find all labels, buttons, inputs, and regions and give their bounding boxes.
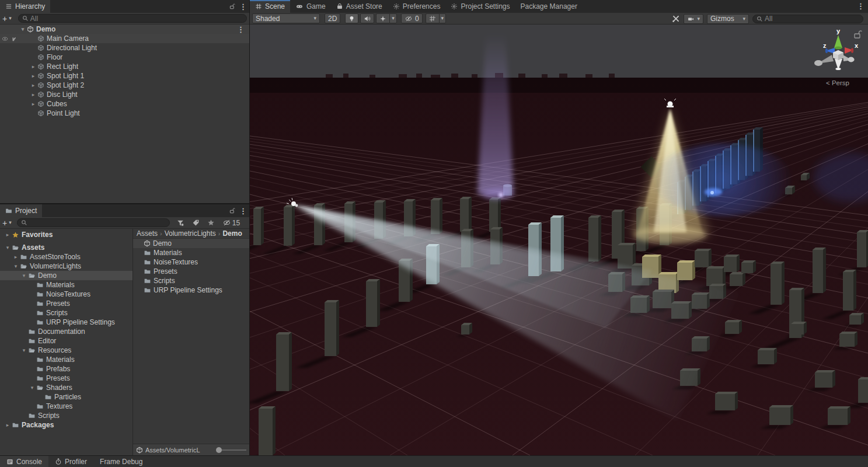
expander-arrow-icon[interactable]: ▾	[12, 263, 20, 269]
tab-asset-store[interactable]: Asset Store	[331, 0, 388, 13]
tree-item-materials[interactable]: Materials	[0, 280, 133, 290]
tree-item-urp-pipeline-settings[interactable]: URP Pipeline Settings	[0, 318, 133, 327]
tree-item-documentation[interactable]: Documentation	[0, 327, 133, 336]
kebab-icon[interactable]: ⋮	[239, 3, 247, 11]
tree-item-noisetextures[interactable]: NoiseTextures	[0, 290, 133, 299]
tree-item-particles[interactable]: Particles	[0, 392, 133, 402]
kebab-icon[interactable]: ⋮	[857, 2, 864, 10]
tree-item-prefabs[interactable]: Prefabs	[0, 364, 133, 374]
audio-toggle[interactable]	[360, 13, 374, 23]
breadcrumb-item[interactable]: VolumetricLights	[165, 229, 216, 238]
tree-item-scripts[interactable]: Scripts	[0, 308, 133, 318]
tree-item-scripts[interactable]: Scripts	[0, 411, 133, 420]
add-caret-icon[interactable]: ▾	[9, 220, 12, 225]
hierarchy-search-input[interactable]: All	[18, 14, 247, 23]
project-tab[interactable]: Project	[0, 204, 42, 217]
asset-item-presets[interactable]: Presets	[133, 267, 249, 276]
expander-arrow-icon[interactable]: ▸	[29, 101, 37, 107]
hierarchy-item[interactable]: Floor	[0, 53, 249, 62]
expander-arrow-icon[interactable]: ▸	[4, 422, 12, 428]
asset-item-noisetextures[interactable]: NoiseTextures	[133, 257, 249, 267]
scene-search-input[interactable]: All	[752, 15, 863, 23]
add-button[interactable]: +	[2, 15, 7, 23]
expander-arrow-icon[interactable]: ▾	[28, 385, 36, 391]
expander-arrow-icon[interactable]: ▸	[29, 73, 37, 79]
hierarchy-item[interactable]: Directional Light	[0, 43, 249, 53]
kebab-icon[interactable]: ⋮	[239, 207, 247, 215]
tree-item-demo[interactable]: ▾Demo	[0, 271, 133, 280]
asset-item-scripts[interactable]: Scripts	[133, 276, 249, 285]
pickable-icon[interactable]	[10, 35, 17, 42]
hierarchy-item[interactable]: ▸Spot Light 2	[0, 81, 249, 90]
projection-mode-label[interactable]: < Persp	[826, 79, 849, 86]
expander-arrow-icon[interactable]: ▸	[4, 232, 12, 238]
expander-arrow-icon[interactable]: ▸	[29, 82, 37, 88]
add-caret-icon[interactable]: ▾	[9, 16, 12, 21]
hierarchy-scene-header[interactable]: ▾Demo⋮	[0, 25, 249, 34]
breadcrumb-item[interactable]: Assets	[137, 229, 158, 238]
tree-item-textures[interactable]: Textures	[0, 402, 133, 411]
thumbnail-size-slider[interactable]	[218, 449, 246, 451]
hierarchy-item[interactable]: ▸Disc Light	[0, 90, 249, 99]
kebab-icon[interactable]: ⋮	[237, 26, 245, 33]
hidden-objects-toggle[interactable]: 0	[401, 13, 423, 23]
expander-arrow-icon[interactable]: ▸	[12, 254, 20, 260]
scene-lighting-toggle[interactable]	[345, 13, 358, 23]
add-button[interactable]: +	[2, 219, 7, 227]
tree-item-resources[interactable]: ▾Resources	[0, 346, 133, 355]
scene-viewport[interactable]: y z x < Persp	[250, 25, 868, 455]
tree-item-assetstoretools[interactable]: ▸AssetStoreTools	[0, 252, 133, 262]
camera-settings-dropdown[interactable]: ▾	[684, 14, 703, 24]
statusbar-tab-profiler[interactable]: Profiler	[48, 456, 93, 467]
tree-item-shaders[interactable]: ▾Shaders	[0, 383, 133, 392]
lock-icon[interactable]	[229, 3, 235, 10]
gizmos-dropdown[interactable]: Gizmos ▾	[707, 14, 749, 24]
tree-item-materials[interactable]: Materials	[0, 355, 133, 364]
hierarchy-item[interactable]: ▸Rect Light	[0, 62, 249, 71]
filter-by-type-icon[interactable]	[176, 219, 184, 227]
effects-toggle[interactable]	[376, 13, 389, 23]
filter-by-label-icon[interactable]	[192, 219, 200, 226]
expander-arrow-icon[interactable]: ▸	[29, 92, 37, 97]
2d-toggle-button[interactable]: 2D	[325, 13, 340, 23]
tree-item-favorites[interactable]: ▸Favorites	[0, 230, 133, 239]
grid-visibility-toggle[interactable]	[426, 13, 439, 23]
favorites-star-icon[interactable]	[207, 219, 215, 226]
asset-item-materials[interactable]: Materials	[133, 248, 249, 257]
hierarchy-item[interactable]: Point Light	[0, 109, 249, 118]
hidden-count: 15	[232, 219, 240, 227]
tab-package-manager[interactable]: Package Manager	[515, 0, 583, 13]
tree-item-editor[interactable]: Editor	[0, 336, 133, 346]
tree-item-presets[interactable]: Presets	[0, 374, 133, 383]
hidden-count-toggle[interactable]: 15	[222, 219, 240, 227]
tab-preferences[interactable]: Preferences	[388, 0, 446, 13]
hierarchy-item[interactable]: ▸Spot Light 1	[0, 71, 249, 81]
expander-arrow-icon[interactable]: ▾	[20, 273, 28, 278]
shading-mode-dropdown[interactable]: Shaded ▾	[252, 13, 320, 23]
breadcrumb-item[interactable]: Demo	[222, 229, 242, 238]
hierarchy-tab[interactable]: Hierarchy	[0, 0, 50, 13]
asset-item-demo[interactable]: Demo	[133, 239, 249, 248]
tab-game[interactable]: Game	[290, 0, 331, 13]
hierarchy-item[interactable]: ▸Cubes	[0, 99, 249, 109]
tools-icon[interactable]	[672, 15, 680, 23]
expander-arrow-icon[interactable]: ▾	[20, 347, 28, 353]
tree-item-packages[interactable]: ▸Packages	[0, 420, 133, 430]
expander-arrow-icon[interactable]: ▾	[19, 26, 27, 32]
tab-project-settings[interactable]: Project Settings	[445, 0, 515, 13]
expander-arrow-icon[interactable]: ▸	[29, 64, 37, 69]
eye-icon[interactable]	[1, 36, 9, 42]
grid-caret-button[interactable]: ▾	[439, 13, 447, 23]
expander-arrow-icon[interactable]: ▾	[4, 245, 12, 250]
hierarchy-item[interactable]: Main Camera	[0, 34, 249, 43]
tab-scene[interactable]: Scene	[250, 0, 290, 13]
lock-icon[interactable]	[229, 207, 235, 214]
tree-item-volumetriclights[interactable]: ▾VolumetricLights	[0, 262, 133, 271]
statusbar-tab-console[interactable]: Console	[0, 456, 48, 467]
statusbar-tab-frame-debug[interactable]: Frame Debug	[93, 456, 149, 467]
asset-item-urp-pipeline-settings[interactable]: URP Pipeline Settings	[133, 285, 249, 295]
tree-item-assets[interactable]: ▾Assets	[0, 243, 133, 252]
effects-caret-button[interactable]: ▾	[389, 13, 397, 23]
project-search-input[interactable]	[17, 218, 170, 227]
tree-item-presets[interactable]: Presets	[0, 299, 133, 308]
